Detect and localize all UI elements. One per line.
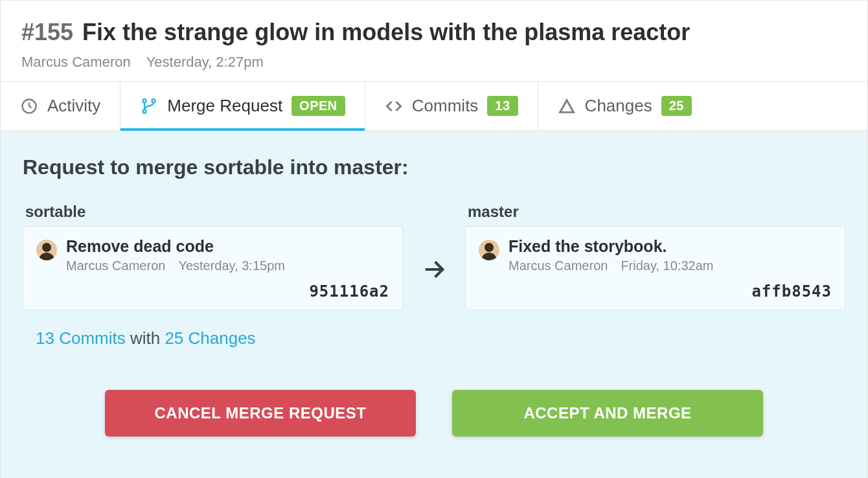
accept-merge-button[interactable]: ACCEPT AND MERGE xyxy=(452,390,763,437)
merge-heading: Request to merge sortable into master: xyxy=(23,155,845,179)
source-branch-column: sortable Remove dead code Marcus Cameron… xyxy=(23,203,403,310)
source-commit-title: Remove dead code xyxy=(66,237,389,256)
branch-compare-row: sortable Remove dead code Marcus Cameron… xyxy=(23,203,845,310)
source-commit-timestamp: Yesterday, 3:15pm xyxy=(178,258,285,273)
commits-count-badge: 13 xyxy=(487,96,518,116)
source-commit-meta: Marcus Cameron Yesterday, 3:15pm xyxy=(66,258,389,273)
tab-merge-request[interactable]: Merge Request OPEN xyxy=(120,82,365,130)
delta-icon xyxy=(558,97,576,115)
tab-activity[interactable]: Activity xyxy=(1,82,120,130)
tab-activity-label: Activity xyxy=(47,96,100,116)
changes-link[interactable]: 25 Changes xyxy=(165,328,255,348)
source-commit-author: Marcus Cameron xyxy=(66,258,165,273)
page-header: #155 Fix the strange glow in models with… xyxy=(1,1,867,81)
tab-merge-request-label: Merge Request xyxy=(167,96,282,116)
source-branch-name: sortable xyxy=(23,203,403,221)
target-commit-hash: affb8543 xyxy=(508,282,832,301)
issue-title: Fix the strange glow in models with the … xyxy=(82,19,690,46)
merge-request-panel: Request to merge sortable into master: s… xyxy=(1,131,867,478)
cancel-merge-button[interactable]: CANCEL MERGE REQUEST xyxy=(105,390,416,437)
target-commit-card[interactable]: Fixed the storybook. Marcus Cameron Frid… xyxy=(465,226,845,310)
source-commit-hash: 951116a2 xyxy=(66,282,389,301)
merge-summary: 13 Commits with 25 Changes xyxy=(23,328,845,348)
arrow-right-icon xyxy=(421,231,447,282)
target-branch-name: master xyxy=(465,203,845,221)
code-icon xyxy=(385,97,403,115)
target-commit-meta: Marcus Cameron Friday, 10:32am xyxy=(508,258,832,273)
issue-timestamp: Yesterday, 2:27pm xyxy=(146,54,264,71)
target-commit-timestamp: Friday, 10:32am xyxy=(621,258,713,273)
issue-author: Marcus Cameron xyxy=(21,54,131,71)
clock-icon xyxy=(20,97,38,115)
action-buttons: CANCEL MERGE REQUEST ACCEPT AND MERGE xyxy=(23,390,845,437)
tab-changes[interactable]: Changes 25 xyxy=(538,82,711,130)
svg-point-3 xyxy=(143,109,146,113)
tab-changes-label: Changes xyxy=(585,96,652,116)
title-row: #155 Fix the strange glow in models with… xyxy=(21,19,847,46)
summary-mid: with xyxy=(126,328,165,348)
issue-id: #155 xyxy=(21,19,73,46)
git-branch-icon xyxy=(140,97,158,115)
source-commit-card[interactable]: Remove dead code Marcus Cameron Yesterda… xyxy=(23,226,403,310)
commits-link[interactable]: 13 Commits xyxy=(36,328,126,348)
tab-commits[interactable]: Commits 13 xyxy=(365,82,538,130)
svg-point-1 xyxy=(143,99,146,102)
target-commit-title: Fixed the storybook. xyxy=(508,237,832,256)
avatar xyxy=(479,240,499,260)
header-meta: Marcus Cameron Yesterday, 2:27pm xyxy=(21,54,847,71)
target-branch-column: master Fixed the storybook. Marcus Camer… xyxy=(465,203,845,310)
merge-request-page: #155 Fix the strange glow in models with… xyxy=(0,0,868,478)
tab-bar: Activity Merge Request OPEN Commits 13 C… xyxy=(1,81,867,131)
tab-commits-label: Commits xyxy=(412,96,479,116)
target-commit-body: Fixed the storybook. Marcus Cameron Frid… xyxy=(508,237,832,301)
target-commit-author: Marcus Cameron xyxy=(508,258,608,273)
source-commit-body: Remove dead code Marcus Cameron Yesterda… xyxy=(66,237,389,301)
open-badge: OPEN xyxy=(291,96,345,116)
changes-count-badge: 25 xyxy=(661,96,692,116)
svg-point-2 xyxy=(152,99,155,102)
avatar xyxy=(36,240,57,260)
